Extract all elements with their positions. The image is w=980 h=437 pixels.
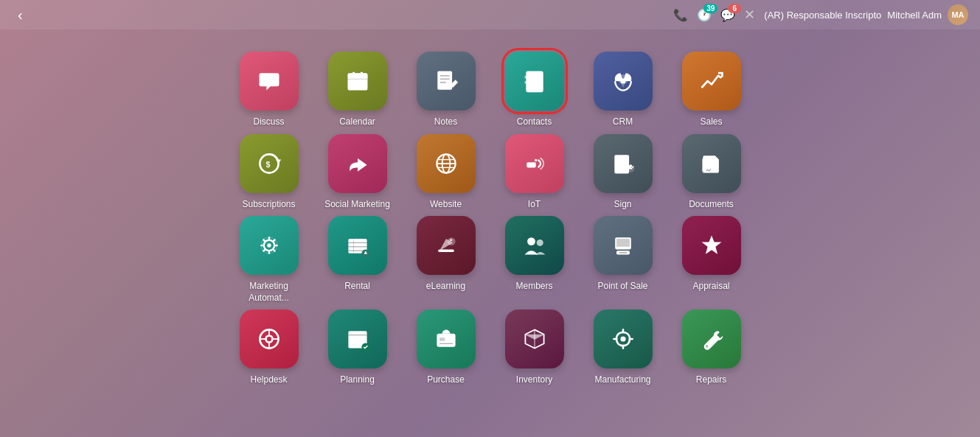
app-item-elearning[interactable]: eLearning <box>406 216 487 304</box>
app-label-discuss: Discuss <box>253 116 284 128</box>
app-icon-discuss <box>240 52 299 111</box>
app-item-calendar[interactable]: Calendar <box>317 52 398 128</box>
clock-badge: 39 <box>703 4 717 13</box>
svg-marker-56 <box>701 236 721 254</box>
topbar: ‹ 📞 🕐 39 💬 6 ✕ (AR) Responsable Inscript… <box>0 0 980 29</box>
avatar: MA <box>948 4 968 25</box>
app-label-elearning: eLearning <box>426 281 465 293</box>
app-icon-planning <box>328 310 387 368</box>
app-item-crm[interactable]: CRM <box>583 52 664 128</box>
app-label-point-of-sale: Point of Sale <box>597 281 647 293</box>
app-icon-crm <box>594 52 653 111</box>
app-icon-elearning <box>417 216 476 275</box>
app-icon-marketing-automat <box>240 216 299 275</box>
separator: ✕ <box>744 7 755 23</box>
svg-rect-9 <box>356 87 359 90</box>
app-item-website[interactable]: Website <box>406 134 487 211</box>
svg-rect-5 <box>351 83 354 85</box>
svg-rect-48 <box>438 250 454 253</box>
apps-row-3: HelpdeskPlanningPurchaseInventoryManufac… <box>229 310 752 386</box>
phone-icon-wrapper[interactable]: 📞 <box>673 8 688 22</box>
app-label-crm: CRM <box>613 116 633 128</box>
app-label-repairs: Repairs <box>696 374 726 386</box>
app-label-social-marketing: Social Marketing <box>324 199 390 211</box>
app-item-sign[interactable]: Sign <box>583 134 664 211</box>
svg-rect-8 <box>351 87 354 90</box>
app-item-members[interactable]: Members <box>494 216 575 304</box>
app-icon-calendar <box>328 52 387 111</box>
svg-marker-20 <box>276 159 281 163</box>
app-icon-appraisal <box>682 216 741 275</box>
app-item-appraisal[interactable]: Appraisal <box>671 216 752 304</box>
svg-point-73 <box>705 345 708 348</box>
app-icon-manufacturing <box>594 310 653 368</box>
app-icon-notes <box>417 52 476 111</box>
app-item-notes[interactable]: Notes <box>406 52 487 128</box>
apps-container: DiscussCalendarNotesContactsCRMSales$Sub… <box>0 29 980 414</box>
app-label-appraisal: Appraisal <box>692 281 729 293</box>
app-item-subscriptions[interactable]: $Subscriptions <box>229 134 310 211</box>
app-item-marketing-automat[interactable]: Marketing Automat... <box>229 216 310 304</box>
svg-point-72 <box>620 337 625 342</box>
app-item-inventory[interactable]: Inventory <box>494 310 575 386</box>
topbar-left: ‹ <box>12 4 29 27</box>
app-label-helpdesk: Helpdesk <box>250 374 287 386</box>
svg-point-38 <box>267 243 271 247</box>
app-item-helpdesk[interactable]: Helpdesk <box>229 310 310 386</box>
apps-row-2: Marketing Automat...RentaleLearningMembe… <box>229 216 752 304</box>
username: Mitchell Adm <box>887 10 942 21</box>
app-item-purchase[interactable]: Purchase <box>406 310 487 386</box>
app-icon-point-of-sale <box>594 216 653 275</box>
svg-rect-28 <box>528 164 535 167</box>
app-label-subscriptions: Subscriptions <box>242 199 295 211</box>
app-item-sales[interactable]: Sales <box>671 52 752 128</box>
back-button[interactable]: ‹ <box>12 4 29 27</box>
chat-badge: 6 <box>728 4 741 13</box>
app-icon-social-marketing <box>328 134 387 193</box>
svg-rect-1 <box>347 73 367 79</box>
app-label-manufacturing: Manufacturing <box>594 374 650 386</box>
app-label-rental: Rental <box>344 281 370 293</box>
app-item-contacts[interactable]: Contacts <box>494 52 575 128</box>
svg-text:$: $ <box>265 159 270 168</box>
svg-point-18 <box>620 78 625 83</box>
app-icon-subscriptions: $ <box>240 134 299 193</box>
app-item-point-of-sale[interactable]: Point of Sale <box>583 216 664 304</box>
app-label-sign: Sign <box>614 199 631 211</box>
app-label-inventory: Inventory <box>516 374 552 386</box>
app-label-notes: Notes <box>434 116 457 128</box>
app-item-manufacturing[interactable]: Manufacturing <box>583 310 664 386</box>
app-icon-inventory <box>505 310 564 368</box>
app-icon-sign <box>594 134 653 193</box>
app-item-planning[interactable]: Planning <box>317 310 398 386</box>
svg-point-49 <box>447 237 455 245</box>
svg-point-29 <box>535 158 538 161</box>
svg-point-58 <box>265 336 272 343</box>
user-label: (AR) Responsable Inscripto <box>764 10 881 21</box>
app-icon-documents <box>682 134 741 193</box>
app-item-iot[interactable]: IoT <box>494 134 575 211</box>
app-icon-iot <box>505 134 564 193</box>
app-icon-website <box>417 134 476 193</box>
user-info: (AR) Responsable Inscripto Mitchell Adm … <box>764 4 968 25</box>
app-item-repairs[interactable]: Repairs <box>671 310 752 386</box>
svg-rect-17 <box>524 81 527 84</box>
app-label-members: Members <box>515 281 552 293</box>
app-label-contacts: Contacts <box>517 116 552 128</box>
app-label-sales: Sales <box>700 116 722 128</box>
svg-rect-16 <box>524 76 527 79</box>
app-item-social-marketing[interactable]: Social Marketing <box>317 134 398 211</box>
svg-rect-70 <box>439 338 445 342</box>
app-label-iot: IoT <box>528 199 541 211</box>
app-item-rental[interactable]: Rental <box>317 216 398 304</box>
app-item-documents[interactable]: Documents <box>671 134 752 211</box>
clock-icon-wrapper[interactable]: 🕐 39 <box>697 8 712 22</box>
app-item-discuss[interactable]: Discuss <box>229 52 310 128</box>
app-icon-purchase <box>417 310 476 368</box>
app-label-marketing-automat: Marketing Automat... <box>229 281 310 304</box>
chat-icon-wrapper[interactable]: 💬 6 <box>720 8 735 22</box>
app-icon-rental <box>328 216 387 275</box>
app-label-documents: Documents <box>689 199 734 211</box>
svg-rect-53 <box>616 239 630 247</box>
svg-point-50 <box>527 237 535 245</box>
